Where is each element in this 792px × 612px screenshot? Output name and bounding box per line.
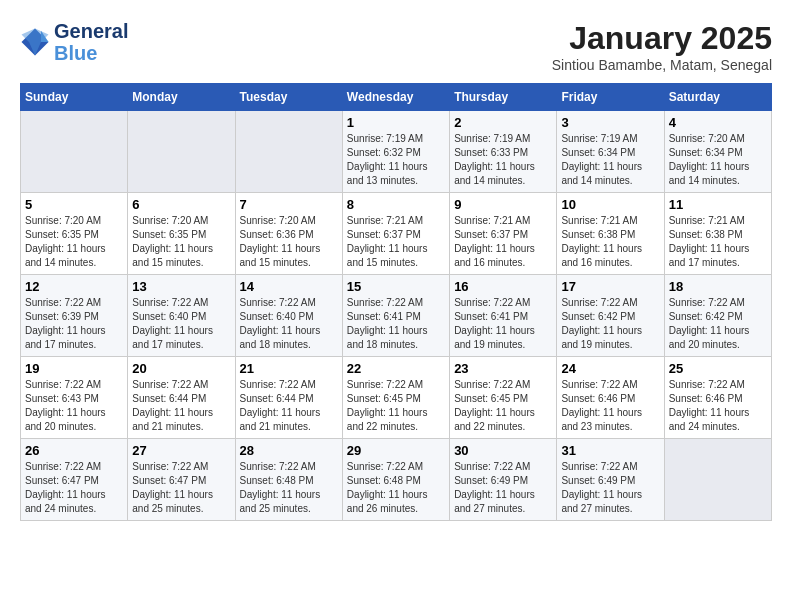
day-info: Sunrise: 7:22 AM Sunset: 6:44 PM Dayligh…: [132, 378, 230, 434]
day-info: Sunrise: 7:22 AM Sunset: 6:44 PM Dayligh…: [240, 378, 338, 434]
calendar-cell: 1Sunrise: 7:19 AM Sunset: 6:32 PM Daylig…: [342, 111, 449, 193]
day-info: Sunrise: 7:22 AM Sunset: 6:48 PM Dayligh…: [347, 460, 445, 516]
location: Sintiou Bamambe, Matam, Senegal: [552, 57, 772, 73]
calendar-cell: 10Sunrise: 7:21 AM Sunset: 6:38 PM Dayli…: [557, 193, 664, 275]
calendar-cell: 31Sunrise: 7:22 AM Sunset: 6:49 PM Dayli…: [557, 439, 664, 521]
day-number: 12: [25, 279, 123, 294]
day-number: 15: [347, 279, 445, 294]
day-info: Sunrise: 7:22 AM Sunset: 6:40 PM Dayligh…: [132, 296, 230, 352]
day-number: 23: [454, 361, 552, 376]
header-day-tuesday: Tuesday: [235, 84, 342, 111]
calendar-cell: 15Sunrise: 7:22 AM Sunset: 6:41 PM Dayli…: [342, 275, 449, 357]
calendar-cell: 23Sunrise: 7:22 AM Sunset: 6:45 PM Dayli…: [450, 357, 557, 439]
calendar-cell: 29Sunrise: 7:22 AM Sunset: 6:48 PM Dayli…: [342, 439, 449, 521]
calendar-cell: 13Sunrise: 7:22 AM Sunset: 6:40 PM Dayli…: [128, 275, 235, 357]
calendar-cell: 25Sunrise: 7:22 AM Sunset: 6:46 PM Dayli…: [664, 357, 771, 439]
calendar-cell: 27Sunrise: 7:22 AM Sunset: 6:47 PM Dayli…: [128, 439, 235, 521]
calendar-cell: 11Sunrise: 7:21 AM Sunset: 6:38 PM Dayli…: [664, 193, 771, 275]
day-info: Sunrise: 7:22 AM Sunset: 6:47 PM Dayligh…: [132, 460, 230, 516]
day-info: Sunrise: 7:22 AM Sunset: 6:49 PM Dayligh…: [561, 460, 659, 516]
day-info: Sunrise: 7:22 AM Sunset: 6:42 PM Dayligh…: [669, 296, 767, 352]
day-info: Sunrise: 7:19 AM Sunset: 6:34 PM Dayligh…: [561, 132, 659, 188]
day-info: Sunrise: 7:22 AM Sunset: 6:39 PM Dayligh…: [25, 296, 123, 352]
day-number: 13: [132, 279, 230, 294]
calendar-cell: 21Sunrise: 7:22 AM Sunset: 6:44 PM Dayli…: [235, 357, 342, 439]
day-number: 24: [561, 361, 659, 376]
day-info: Sunrise: 7:19 AM Sunset: 6:33 PM Dayligh…: [454, 132, 552, 188]
calendar-cell: 8Sunrise: 7:21 AM Sunset: 6:37 PM Daylig…: [342, 193, 449, 275]
day-info: Sunrise: 7:22 AM Sunset: 6:41 PM Dayligh…: [347, 296, 445, 352]
calendar-cell: [664, 439, 771, 521]
day-info: Sunrise: 7:19 AM Sunset: 6:32 PM Dayligh…: [347, 132, 445, 188]
day-number: 30: [454, 443, 552, 458]
day-info: Sunrise: 7:22 AM Sunset: 6:45 PM Dayligh…: [454, 378, 552, 434]
day-number: 2: [454, 115, 552, 130]
month-title: January 2025: [552, 20, 772, 57]
header-day-saturday: Saturday: [664, 84, 771, 111]
day-number: 19: [25, 361, 123, 376]
header-day-monday: Monday: [128, 84, 235, 111]
calendar-cell: 17Sunrise: 7:22 AM Sunset: 6:42 PM Dayli…: [557, 275, 664, 357]
calendar-cell: 26Sunrise: 7:22 AM Sunset: 6:47 PM Dayli…: [21, 439, 128, 521]
day-number: 5: [25, 197, 123, 212]
day-number: 31: [561, 443, 659, 458]
calendar-cell: 18Sunrise: 7:22 AM Sunset: 6:42 PM Dayli…: [664, 275, 771, 357]
calendar-cell: 22Sunrise: 7:22 AM Sunset: 6:45 PM Dayli…: [342, 357, 449, 439]
week-row-2: 5Sunrise: 7:20 AM Sunset: 6:35 PM Daylig…: [21, 193, 772, 275]
day-info: Sunrise: 7:21 AM Sunset: 6:37 PM Dayligh…: [347, 214, 445, 270]
day-number: 3: [561, 115, 659, 130]
day-info: Sunrise: 7:22 AM Sunset: 6:41 PM Dayligh…: [454, 296, 552, 352]
calendar-cell: [21, 111, 128, 193]
calendar-cell: 14Sunrise: 7:22 AM Sunset: 6:40 PM Dayli…: [235, 275, 342, 357]
day-info: Sunrise: 7:20 AM Sunset: 6:34 PM Dayligh…: [669, 132, 767, 188]
calendar-cell: 30Sunrise: 7:22 AM Sunset: 6:49 PM Dayli…: [450, 439, 557, 521]
day-number: 22: [347, 361, 445, 376]
calendar-table: SundayMondayTuesdayWednesdayThursdayFrid…: [20, 83, 772, 521]
day-number: 10: [561, 197, 659, 212]
day-info: Sunrise: 7:22 AM Sunset: 6:43 PM Dayligh…: [25, 378, 123, 434]
day-number: 9: [454, 197, 552, 212]
day-number: 25: [669, 361, 767, 376]
day-number: 21: [240, 361, 338, 376]
week-row-4: 19Sunrise: 7:22 AM Sunset: 6:43 PM Dayli…: [21, 357, 772, 439]
header-day-friday: Friday: [557, 84, 664, 111]
day-number: 14: [240, 279, 338, 294]
day-info: Sunrise: 7:21 AM Sunset: 6:38 PM Dayligh…: [669, 214, 767, 270]
calendar-cell: 4Sunrise: 7:20 AM Sunset: 6:34 PM Daylig…: [664, 111, 771, 193]
day-info: Sunrise: 7:21 AM Sunset: 6:37 PM Dayligh…: [454, 214, 552, 270]
header-row: SundayMondayTuesdayWednesdayThursdayFrid…: [21, 84, 772, 111]
day-info: Sunrise: 7:22 AM Sunset: 6:49 PM Dayligh…: [454, 460, 552, 516]
calendar-cell: 16Sunrise: 7:22 AM Sunset: 6:41 PM Dayli…: [450, 275, 557, 357]
day-number: 27: [132, 443, 230, 458]
logo-text-blue: Blue: [54, 42, 128, 64]
calendar-cell: 12Sunrise: 7:22 AM Sunset: 6:39 PM Dayli…: [21, 275, 128, 357]
calendar-cell: 20Sunrise: 7:22 AM Sunset: 6:44 PM Dayli…: [128, 357, 235, 439]
day-info: Sunrise: 7:20 AM Sunset: 6:35 PM Dayligh…: [25, 214, 123, 270]
calendar-cell: 3Sunrise: 7:19 AM Sunset: 6:34 PM Daylig…: [557, 111, 664, 193]
day-info: Sunrise: 7:22 AM Sunset: 6:46 PM Dayligh…: [561, 378, 659, 434]
page-header: General Blue January 2025 Sintiou Bamamb…: [20, 20, 772, 73]
day-number: 7: [240, 197, 338, 212]
day-number: 29: [347, 443, 445, 458]
calendar-cell: 9Sunrise: 7:21 AM Sunset: 6:37 PM Daylig…: [450, 193, 557, 275]
day-number: 8: [347, 197, 445, 212]
calendar-cell: 7Sunrise: 7:20 AM Sunset: 6:36 PM Daylig…: [235, 193, 342, 275]
day-info: Sunrise: 7:22 AM Sunset: 6:48 PM Dayligh…: [240, 460, 338, 516]
day-info: Sunrise: 7:22 AM Sunset: 6:42 PM Dayligh…: [561, 296, 659, 352]
logo-text-general: General: [54, 20, 128, 42]
day-number: 6: [132, 197, 230, 212]
calendar-cell: 28Sunrise: 7:22 AM Sunset: 6:48 PM Dayli…: [235, 439, 342, 521]
day-number: 4: [669, 115, 767, 130]
day-number: 20: [132, 361, 230, 376]
calendar-cell: 19Sunrise: 7:22 AM Sunset: 6:43 PM Dayli…: [21, 357, 128, 439]
calendar-cell: 2Sunrise: 7:19 AM Sunset: 6:33 PM Daylig…: [450, 111, 557, 193]
day-info: Sunrise: 7:22 AM Sunset: 6:45 PM Dayligh…: [347, 378, 445, 434]
day-number: 1: [347, 115, 445, 130]
header-day-sunday: Sunday: [21, 84, 128, 111]
day-info: Sunrise: 7:22 AM Sunset: 6:40 PM Dayligh…: [240, 296, 338, 352]
header-day-wednesday: Wednesday: [342, 84, 449, 111]
day-info: Sunrise: 7:20 AM Sunset: 6:36 PM Dayligh…: [240, 214, 338, 270]
day-number: 17: [561, 279, 659, 294]
day-number: 16: [454, 279, 552, 294]
logo: General Blue: [20, 20, 128, 64]
